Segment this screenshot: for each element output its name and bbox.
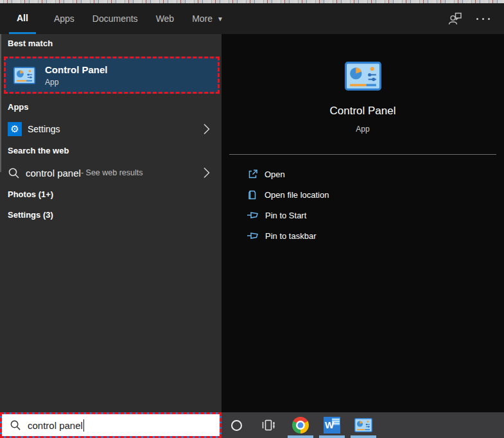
active-app-indicator: [351, 435, 376, 438]
search-input-value: control panel: [28, 420, 83, 431]
word-icon[interactable]: W: [323, 412, 341, 438]
result-settings[interactable]: ⚙ Settings: [0, 118, 222, 140]
tab-apps[interactable]: Apps: [54, 3, 74, 34]
active-app-indicator: [319, 435, 345, 438]
active-app-indicator: [288, 435, 313, 438]
control-panel-icon: [13, 67, 35, 84]
text-caret: [83, 419, 85, 432]
action-open-file-location[interactable]: Open file location: [222, 184, 504, 205]
panel-edge-highlight: [0, 34, 1, 172]
task-view-icon[interactable]: [259, 412, 277, 438]
pin-icon: [247, 231, 259, 241]
result-subtitle: App: [45, 78, 108, 87]
pin-icon: [247, 210, 259, 220]
cortana-icon[interactable]: [227, 412, 245, 438]
preview-subtitle: App: [222, 125, 504, 134]
divider: [229, 154, 496, 155]
feedback-icon[interactable]: [448, 12, 462, 25]
context-actions: Open Open file location Pin to Start: [222, 164, 504, 246]
best-match-header: Best match: [8, 39, 53, 48]
action-pin-to-start[interactable]: Pin to Start: [222, 205, 504, 225]
section-photos[interactable]: Photos (1+): [8, 189, 53, 199]
preview-panel: Control Panel App Open Open file locatio…: [222, 34, 504, 412]
windows-search-overlay: All Apps Documents Web More ▼: [0, 0, 504, 438]
search-icon: [8, 167, 20, 179]
taskbar-search-input[interactable]: control panel: [0, 412, 222, 438]
result-web-search[interactable]: control panel - See web results: [0, 162, 222, 184]
search-icon: [10, 419, 21, 431]
best-match-result-control-panel[interactable]: Control Panel App: [4, 57, 220, 94]
result-title: Control Panel: [45, 64, 108, 76]
chevron-right-icon: [204, 168, 210, 179]
chrome-icon[interactable]: [291, 412, 309, 438]
action-pin-to-taskbar[interactable]: Pin to taskbar: [222, 225, 504, 246]
section-settings-count[interactable]: Settings (3): [8, 210, 53, 220]
ellipsis-menu-icon[interactable]: [476, 18, 490, 20]
tab-more[interactable]: More ▼: [192, 3, 223, 34]
tab-web[interactable]: Web: [156, 3, 175, 34]
tab-documents[interactable]: Documents: [92, 3, 138, 34]
results-panel: Best match Control Panel App Apps ⚙ Sett…: [0, 34, 222, 412]
settings-gear-icon: ⚙: [8, 122, 22, 136]
tab-all[interactable]: All: [9, 3, 36, 34]
action-open[interactable]: Open: [222, 164, 504, 184]
search-filter-bar: All Apps Documents Web More ▼: [0, 3, 504, 34]
search-web-header: Search the web: [8, 146, 69, 155]
open-icon: [247, 169, 258, 180]
chevron-right-icon: [204, 124, 210, 135]
filter-tabs: All Apps Documents Web More ▼: [0, 3, 223, 34]
preview-title: Control Panel: [222, 105, 504, 118]
control-panel-icon-large: [222, 62, 504, 91]
control-panel-taskbar-icon[interactable]: [353, 412, 374, 438]
folder-icon: [247, 189, 258, 200]
topbar-actions: [448, 3, 504, 34]
apps-header: Apps: [8, 102, 29, 112]
search-results-area: Best match Control Panel App Apps ⚙ Sett…: [0, 34, 504, 412]
taskbar: control panel W: [0, 412, 504, 438]
chevron-down-icon: ▼: [217, 15, 223, 22]
